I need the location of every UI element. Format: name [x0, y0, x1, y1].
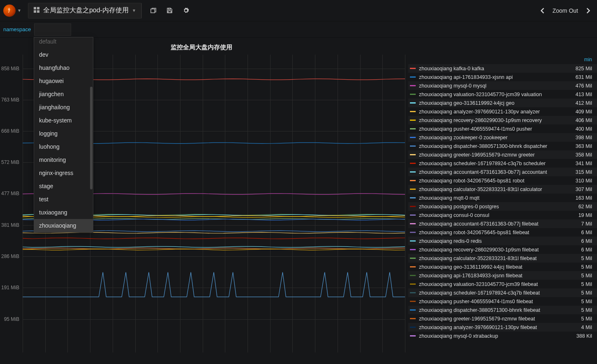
legend-series-value: 7 Mil: [572, 221, 592, 227]
legend-series-value: 315 Mil: [572, 169, 592, 175]
legend-series-value: 631 Mil: [572, 74, 592, 80]
legend-item[interactable]: zhouxiaoqiang accountant-673161363-0b77j…: [408, 168, 597, 176]
legend-series-name: zhouxiaoqiang scheduler-1671978924-c3q7b…: [419, 161, 568, 166]
legend-swatch: [410, 120, 416, 121]
legend-series-name: zhouxiaoqiang valuation-3231045770-jcm39…: [419, 92, 568, 97]
share-button[interactable]: [145, 2, 162, 19]
legend-series-value: 413 Mil: [572, 92, 592, 97]
legend-item[interactable]: zhouxiaoqiang valuation-3231045770-jcm39…: [408, 280, 597, 288]
legend-swatch: [410, 318, 416, 319]
dropdown-item[interactable]: kube-system: [34, 114, 93, 127]
legend-series-name: zhouxiaoqiang robot-3420675645-bps81 fil…: [419, 230, 568, 235]
legend-item[interactable]: zhouxiaoqiang accountant-673161363-0b77j…: [408, 219, 597, 228]
legend-series-name: zhouxiaoqiang mysql-0 xtrabackup: [419, 333, 568, 339]
legend-series-name: zhouxiaoqiang analyzer-3976690121-130pv …: [419, 325, 568, 330]
legend-series-value: 5 Mil: [572, 273, 592, 279]
dropdown-scrollbar[interactable]: [90, 87, 93, 189]
y-axis: 858 MiB763 MiB668 MiB572 MiB477 MiB381 M…: [0, 55, 23, 359]
legend-item[interactable]: zhouxiaoqiang scheduler-1671978924-c3q7b…: [408, 288, 597, 297]
legend-item[interactable]: zhouxiaoqiang pusher-4065559474-l1ms0 fi…: [408, 297, 597, 306]
legend-item[interactable]: zhouxiaoqiang greeter-1969515679-nzmrw f…: [408, 314, 597, 323]
legend-item[interactable]: zhouxiaoqiang greeter-1969515679-nzmrw g…: [408, 150, 597, 159]
legend-swatch: [410, 258, 416, 259]
legend-swatch: [410, 68, 416, 69]
dropdown-item[interactable]: test: [34, 193, 93, 206]
legend-series-name: zhouxiaoqiang pusher-4065559474-l1ms0 pu…: [419, 126, 568, 132]
legend-series-value: 163 Mil: [572, 195, 592, 201]
legend-item[interactable]: zhouxiaoqiang recovery-2860299030-1p9sm …: [408, 116, 597, 124]
time-back-button[interactable]: [537, 3, 548, 18]
y-tick-label: 858 MiB: [1, 66, 19, 71]
legend-item[interactable]: zhouxiaoqiang dispatcher-3880571300-bhnr…: [408, 306, 597, 314]
legend-item[interactable]: zhouxiaoqiang calculator-3522833231-83t1…: [408, 185, 597, 194]
legend-item[interactable]: zhouxiaoqiang mysql-0 mysql476 Mil: [408, 81, 597, 90]
legend-series-value: 5 Mil: [572, 299, 592, 304]
legend-swatch: [410, 266, 416, 267]
dropdown-item[interactable]: luohong: [34, 140, 93, 153]
legend-item[interactable]: zhouxiaoqiang analyzer-3976690121-130pv …: [408, 323, 597, 332]
legend-item[interactable]: zhouxiaoqiang consul-0 consul19 Mil: [408, 211, 597, 219]
legend-series-value: 409 Mil: [572, 109, 592, 115]
legend-item[interactable]: zhouxiaoqiang analyzer-3976690121-130pv …: [408, 107, 597, 116]
save-button[interactable]: [162, 2, 178, 19]
legend-item[interactable]: zhouxiaoqiang dispatcher-3880571300-bhnr…: [408, 142, 597, 150]
time-picker: Zoom Out: [537, 3, 594, 18]
series-line: [23, 272, 405, 297]
legend-header[interactable]: min: [408, 56, 597, 62]
dropdown-item[interactable]: nginx-ingress: [34, 166, 93, 180]
dropdown-item[interactable]: huangfuhao: [34, 61, 93, 74]
legend-item[interactable]: zhouxiaoqiang calculator-3522833231-83t1…: [408, 254, 597, 263]
legend-item[interactable]: zhouxiaoqiang mqtt-0 mqtt163 Mil: [408, 194, 597, 202]
series-line: [23, 238, 405, 239]
legend-item[interactable]: zhouxiaoqiang api-1761834933-xjsnn fileb…: [408, 271, 597, 280]
legend-item[interactable]: zhouxiaoqiang pusher-4065559474-l1ms0 pu…: [408, 124, 597, 133]
legend-item[interactable]: zhouxiaoqiang recovery-2860299030-1p9sm …: [408, 245, 597, 254]
legend-swatch: [410, 137, 416, 138]
legend-swatch: [410, 76, 416, 78]
dropdown-item[interactable]: jianghailong: [34, 101, 93, 114]
legend-item[interactable]: zhouxiaoqiang postgres-0 postgres62 Mil: [408, 202, 597, 211]
legend-swatch: [410, 145, 416, 147]
settings-button[interactable]: [178, 2, 194, 19]
legend-item[interactable]: zhouxiaoqiang redis-0 redis6 Mil: [408, 237, 597, 245]
legend-series-name: zhouxiaoqiang geo-3136119992-k4jcj geo: [419, 100, 568, 106]
dropdown-item[interactable]: logging: [34, 127, 93, 140]
legend-series-value: 5 Mil: [572, 290, 592, 296]
chevron-down-icon: ▼: [132, 8, 136, 13]
variable-select-namespace[interactable]: [34, 23, 71, 36]
legend-item[interactable]: zhouxiaoqiang api-1761834933-xjsnn api63…: [408, 73, 597, 81]
legend-item[interactable]: zhouxiaoqiang mysql-0 xtrabackup388 Kil: [408, 332, 597, 340]
grafana-logo-menu[interactable]: ▼: [3, 0, 24, 21]
grafana-logo-icon: [3, 5, 16, 17]
dropdown-item[interactable]: monitoring: [34, 153, 93, 166]
legend-series-name: zhouxiaoqiang postgres-0 postgres: [419, 204, 568, 210]
nav-separator: [141, 3, 142, 18]
legend-item[interactable]: zhouxiaoqiang robot-3420675645-bps81 fil…: [408, 228, 597, 237]
legend-item[interactable]: zhouxiaoqiang kafka-0 kafka825 Mil: [408, 64, 597, 73]
dashboard-picker[interactable]: 全局监控大盘之pod-内存使用 ▼: [28, 3, 141, 18]
zoom-out-button[interactable]: Zoom Out: [548, 3, 582, 18]
dropdown-item[interactable]: zhouxiaoqiang: [34, 219, 93, 232]
dropdown-item[interactable]: stage: [34, 180, 93, 193]
time-forward-button[interactable]: [582, 3, 594, 18]
legend-item[interactable]: zhouxiaoqiang geo-3136119992-k4jcj fileb…: [408, 263, 597, 271]
series-line: [23, 249, 405, 250]
dropdown-item[interactable]: default: [34, 37, 93, 48]
legend-series-value: 6 Mil: [572, 238, 592, 244]
legend-item[interactable]: zhouxiaoqiang valuation-3231045770-jcm39…: [408, 90, 597, 99]
dropdown-item[interactable]: dev: [34, 48, 93, 61]
legend-swatch: [410, 128, 416, 129]
dropdown-item[interactable]: tuxiaogang: [34, 206, 93, 219]
svg-rect-2: [34, 10, 36, 13]
legend-item[interactable]: zhouxiaoqiang zookeeper-0 zookeeper398 M…: [408, 133, 597, 142]
svg-rect-3: [37, 10, 39, 13]
legend-item[interactable]: zhouxiaoqiang geo-3136119992-k4jcj geo41…: [408, 99, 597, 107]
dropdown-item[interactable]: jiangchen: [34, 88, 93, 101]
dropdown-item[interactable]: hugaowei: [34, 74, 93, 88]
legend-series-name: zhouxiaoqiang api-1761834933-xjsnn api: [419, 74, 568, 80]
legend-series-name: zhouxiaoqiang geo-3136119992-k4jcj fileb…: [419, 264, 568, 270]
legend-item[interactable]: zhouxiaoqiang robot-3420675645-bps81 rob…: [408, 176, 597, 185]
legend-series-name: zhouxiaoqiang accountant-673161363-0b77j…: [419, 169, 568, 175]
legend-swatch: [410, 85, 416, 86]
legend-item[interactable]: zhouxiaoqiang scheduler-1671978924-c3q7b…: [408, 159, 597, 168]
